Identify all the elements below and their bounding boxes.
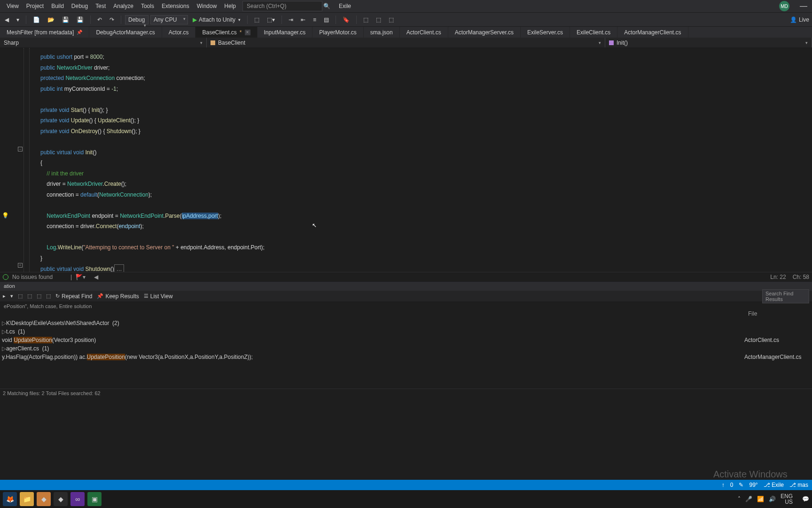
code-editor[interactable]: − + 💡 public ushort port = 8000; public … <box>0 48 812 272</box>
new-icon[interactable]: 📄 <box>30 15 43 25</box>
find-query: ePosition", Match case, Entire solution <box>0 302 812 310</box>
tab-baseclient[interactable]: BaseClient.cs*× <box>195 27 257 38</box>
menu-build[interactable]: Build <box>47 1 68 11</box>
tool-icon-2[interactable]: ⬚▾ <box>264 15 278 25</box>
find-results-search[interactable]: Search Find Results <box>762 289 809 303</box>
repeat-find-button[interactable]: ↻ Repeat Find <box>55 293 92 300</box>
outdent-icon[interactable]: ⇤ <box>298 15 308 25</box>
tab-actorclient[interactable]: ActorClient.cs <box>400 27 448 38</box>
tab-playermotor[interactable]: PlayerMotor.cs <box>312 27 363 38</box>
wifi-icon[interactable]: 📶 <box>757 496 764 502</box>
platform-combo[interactable]: Any CPU <box>150 15 188 24</box>
col-file[interactable]: File <box>746 310 812 319</box>
search-icon[interactable]: 🔍 <box>323 3 330 9</box>
bookmark-icon[interactable]: 🔖 <box>340 15 352 25</box>
minimize-button[interactable]: — <box>800 2 807 10</box>
mic-icon[interactable]: 🎤 <box>745 496 752 502</box>
menu-window[interactable]: Window <box>193 1 221 11</box>
menu-analyze[interactable]: Analyze <box>109 1 137 11</box>
indent-icon[interactable]: ⇥ <box>286 15 296 25</box>
menu-tools[interactable]: Tools <box>137 1 158 11</box>
tab-label: ActorClient.cs <box>406 29 441 36</box>
redo-icon[interactable]: ↷ <box>107 15 117 25</box>
tool-icon[interactable]: ⬚ <box>27 293 32 299</box>
tool-icon[interactable]: ⬚ <box>18 293 23 299</box>
tab-actormanagerserver[interactable]: ActorManagerServer.cs <box>448 27 521 38</box>
find-result-row[interactable]: void UpdatePosition(Vector3 position)Act… <box>0 336 812 344</box>
git-repo[interactable]: ⎇ Exile <box>764 482 784 488</box>
save-icon[interactable]: 💾 <box>59 15 72 25</box>
char-indicator: Ch: 58 <box>793 274 809 280</box>
close-icon[interactable]: × <box>245 30 250 35</box>
find-result-row[interactable]: y.HasFlag(ActorFlag.position)) ac.Update… <box>0 353 812 361</box>
tray-chevron-icon[interactable]: ˄ <box>738 496 741 502</box>
find-group[interactable]: K\Desktop\Exile\Assets\Net\Shared\Actor … <box>0 319 812 327</box>
git-branch[interactable]: ⎇ mas <box>789 482 808 488</box>
obsidian-icon[interactable]: ◆ <box>54 492 68 506</box>
weather[interactable]: 99° <box>749 482 757 488</box>
menu-help[interactable]: Help <box>220 1 240 11</box>
menu-test[interactable]: Test <box>92 1 109 11</box>
global-search[interactable]: Search (Ctrl+Q) <box>242 1 322 11</box>
terminal-icon[interactable]: ▣ <box>87 492 102 506</box>
collapse-icon[interactable]: ▾ <box>10 293 13 299</box>
tab-inputmanager[interactable]: InputManager.cs <box>258 27 313 38</box>
live-icon: 👤 <box>790 16 797 23</box>
tool-icon-4[interactable]: ⬚ <box>373 15 384 25</box>
back-icon[interactable]: ◀ <box>2 15 12 25</box>
lightbulb-icon[interactable]: 💡 <box>2 210 9 221</box>
nav-method[interactable]: Init() <box>605 38 812 48</box>
tool-icon-5[interactable]: ⬚ <box>386 15 397 25</box>
sublime-icon[interactable]: ◆ <box>37 492 51 506</box>
tool-icon[interactable]: ⬚ <box>46 293 51 299</box>
menu-view[interactable]: View <box>3 1 23 11</box>
find-results-header[interactable]: ation <box>0 281 812 291</box>
notifications-icon[interactable]: 💬 <box>802 496 809 502</box>
nav-class[interactable]: BaseClient <box>207 38 605 48</box>
flag-icon[interactable]: 🚩▾ <box>76 274 86 280</box>
explorer-icon[interactable]: 📁 <box>20 492 34 506</box>
comment-icon[interactable]: ▤ <box>321 15 332 25</box>
nav-namespace[interactable]: Sharp <box>0 38 207 48</box>
vs-status-bar: ↑ 0 ✎ 99° ⎇ Exile ⎇ mas <box>0 480 812 490</box>
forward-icon[interactable]: ▾ <box>14 15 22 25</box>
attach-button[interactable]: ▶Attach to Unity▾ <box>190 16 243 24</box>
config-combo[interactable]: Debug <box>125 15 148 24</box>
volume-icon[interactable]: 🔊 <box>769 496 776 502</box>
undo-icon[interactable]: ↶ <box>94 15 105 25</box>
tab-actormanagerclient[interactable]: ActorManagerClient.cs <box>617 27 688 38</box>
fold-minus-icon[interactable]: − <box>18 147 23 151</box>
tool-icon-3[interactable]: ⬚ <box>360 15 371 25</box>
tab-meshfilter[interactable]: MeshFilter [from metadata]📌 <box>0 27 89 38</box>
issues-text: No issues found <box>12 274 53 280</box>
expand-icon[interactable]: ▸ <box>3 293 6 299</box>
tab-actor[interactable]: Actor.cs <box>162 27 196 38</box>
tab-exileserver[interactable]: ExileServer.cs <box>521 27 570 38</box>
tool-icon[interactable]: ⬚ <box>37 293 41 299</box>
sync-icon[interactable]: ✎ <box>739 482 743 488</box>
nav-prev-icon[interactable]: ◀ <box>94 274 98 280</box>
menu-debug[interactable]: Debug <box>68 1 92 11</box>
vs-icon[interactable]: ∞ <box>70 492 85 506</box>
list-view-button[interactable]: ☰ List View <box>144 293 173 300</box>
menu-project[interactable]: Project <box>23 1 47 11</box>
tab-smajson[interactable]: sma.json <box>364 27 400 38</box>
upload-icon[interactable]: ↑ <box>722 482 725 488</box>
live-share[interactable]: 👤Live <box>790 16 812 23</box>
find-group[interactable]: agerClient.cs (1) <box>0 344 812 353</box>
keep-results-button[interactable]: 📌 Keep Results <box>97 293 139 300</box>
find-toolbar: ▸ ▾ ⬚ ⬚ ⬚ ⬚ ↻ Repeat Find 📌 Keep Results… <box>0 291 812 302</box>
firefox-icon[interactable]: 🦊 <box>3 492 17 506</box>
save-all-icon[interactable]: 💾 <box>74 15 86 25</box>
pending-count[interactable]: 0 <box>730 482 734 488</box>
fold-plus-icon[interactable]: + <box>18 263 23 268</box>
tab-exileclient[interactable]: ExileClient.cs <box>570 27 617 38</box>
tab-debugactormanager[interactable]: DebugActorManager.cs <box>89 27 162 38</box>
user-avatar[interactable]: MD <box>779 1 789 11</box>
language-indicator[interactable]: ENGUS <box>781 493 793 505</box>
find-group[interactable]: t.cs (1) <box>0 327 812 336</box>
menu-extensions[interactable]: Extensions <box>158 1 193 11</box>
format-icon[interactable]: ≡ <box>310 15 319 25</box>
open-icon[interactable]: 📂 <box>45 15 57 25</box>
tool-icon-1[interactable]: ⬚ <box>251 15 262 25</box>
